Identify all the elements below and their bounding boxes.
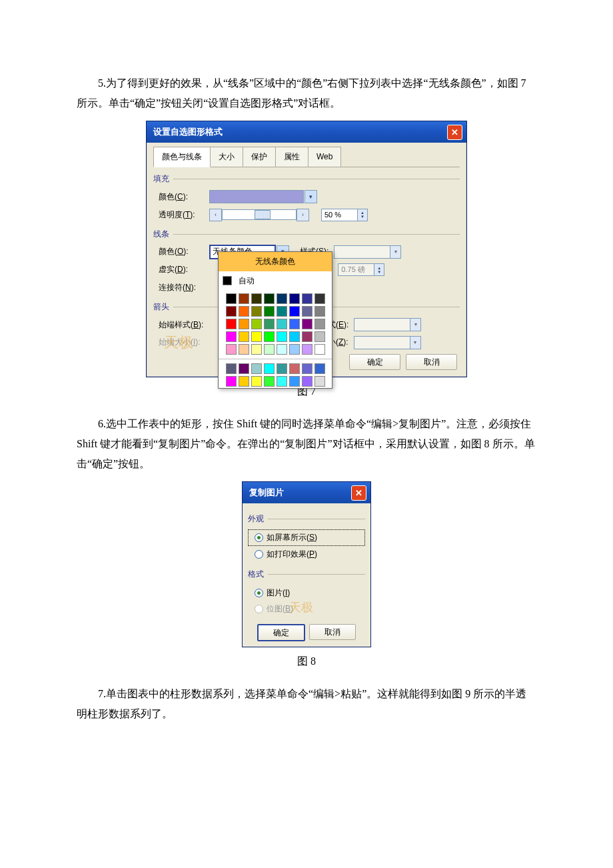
- color-swatch[interactable]: [314, 319, 325, 329]
- color-swatch[interactable]: [226, 331, 237, 342]
- tab-protect[interactable]: 保护: [243, 147, 276, 167]
- color-swatch[interactable]: [239, 363, 249, 374]
- group-fill: 填充: [153, 171, 460, 187]
- color-swatch[interactable]: [239, 344, 249, 355]
- popup-auto[interactable]: 自动: [219, 271, 332, 291]
- color-swatch[interactable]: [277, 363, 287, 374]
- color-swatch[interactable]: [302, 331, 312, 342]
- color-swatch[interactable]: [314, 344, 325, 355]
- label-begin-size: 始端大小(I):: [153, 335, 216, 350]
- transparency-slider[interactable]: ‹ ›: [209, 209, 309, 220]
- color-swatch[interactable]: [251, 293, 262, 304]
- color-swatch[interactable]: [264, 376, 275, 387]
- color-swatch[interactable]: [251, 306, 262, 317]
- tab-colors-lines[interactable]: 颜色与线条: [153, 147, 211, 167]
- dialog-title: 复制图片: [249, 485, 284, 501]
- color-swatch[interactable]: [302, 376, 312, 387]
- slider-thumb[interactable]: [255, 210, 271, 219]
- close-icon[interactable]: ✕: [447, 125, 462, 140]
- color-swatch[interactable]: [289, 376, 300, 387]
- color-swatch[interactable]: [277, 376, 287, 387]
- color-swatch[interactable]: [289, 331, 300, 342]
- tab-properties[interactable]: 属性: [275, 147, 308, 167]
- color-swatch[interactable]: [251, 331, 262, 342]
- spinner-arrows-icon[interactable]: ▲▼: [357, 209, 367, 221]
- color-swatch[interactable]: [289, 363, 300, 374]
- popup-no-line-color[interactable]: 无线条颜色: [219, 252, 332, 271]
- dropdown-icon[interactable]: ▾: [305, 190, 317, 203]
- color-swatch[interactable]: [239, 293, 249, 304]
- end-style-select[interactable]: ▾: [354, 318, 421, 331]
- dialog-titlebar[interactable]: 设置自选图形格式 ✕: [147, 121, 466, 143]
- color-swatch[interactable]: [314, 331, 325, 342]
- ok-button[interactable]: 确定: [349, 354, 400, 370]
- radio-label: 图片(I): [267, 585, 290, 601]
- color-swatch[interactable]: [277, 331, 287, 342]
- radio-label: 如屏幕所示(S): [267, 530, 317, 545]
- group-format: 格式: [248, 567, 365, 582]
- color-swatch[interactable]: [264, 344, 275, 355]
- color-popup: 无线条颜色 自动: [218, 251, 332, 389]
- chevron-left-icon[interactable]: ‹: [209, 209, 222, 221]
- fill-color-well[interactable]: [209, 190, 304, 203]
- spinner-arrows-icon[interactable]: ▲▼: [374, 264, 384, 275]
- color-swatch[interactable]: [302, 344, 312, 355]
- color-swatch[interactable]: [277, 306, 287, 317]
- style-select[interactable]: ▾: [334, 245, 401, 259]
- color-swatch[interactable]: [239, 306, 249, 317]
- close-icon[interactable]: ✕: [351, 485, 366, 501]
- color-swatch[interactable]: [264, 331, 275, 342]
- color-swatch[interactable]: [289, 344, 300, 355]
- color-swatch[interactable]: [264, 319, 275, 329]
- color-swatch[interactable]: [226, 363, 237, 374]
- color-swatch[interactable]: [226, 293, 237, 304]
- color-swatch[interactable]: [251, 319, 262, 329]
- color-swatch[interactable]: [302, 363, 312, 374]
- color-swatch[interactable]: [277, 319, 287, 329]
- slider-track[interactable]: [222, 209, 297, 220]
- tab-strip: 颜色与线条 大小 保护 属性 Web: [153, 147, 460, 167]
- dialog-titlebar[interactable]: 复制图片 ✕: [243, 482, 370, 504]
- color-swatch[interactable]: [251, 344, 262, 355]
- color-swatch[interactable]: [239, 319, 249, 329]
- color-swatch[interactable]: [251, 363, 262, 374]
- tab-size[interactable]: 大小: [210, 147, 243, 167]
- chevron-right-icon[interactable]: ›: [297, 209, 309, 221]
- cancel-button[interactable]: 取消: [309, 624, 356, 640]
- label-line-color: 颜色(O):: [153, 244, 209, 259]
- color-swatch[interactable]: [289, 306, 300, 317]
- color-swatch[interactable]: [314, 293, 325, 304]
- transparency-spinner[interactable]: 50 % ▲▼: [321, 209, 368, 221]
- color-swatch[interactable]: [302, 319, 312, 329]
- label-transparency: 透明度(T):: [153, 207, 209, 223]
- color-swatch[interactable]: [277, 344, 287, 355]
- weight-spinner[interactable]: 0.75 磅 ▲▼: [338, 263, 384, 276]
- paragraph-7: 7.单击图表中的柱形数据系列，选择菜单命令“编辑>粘贴”。这样就能得到如图 9 …: [77, 684, 536, 725]
- radio-as-screen[interactable]: 如屏幕所示(S): [248, 529, 365, 546]
- color-swatch[interactable]: [314, 306, 325, 317]
- color-swatch[interactable]: [264, 306, 275, 317]
- color-swatch[interactable]: [314, 376, 325, 387]
- end-size-select[interactable]: ▾: [354, 336, 421, 349]
- color-swatch[interactable]: [239, 331, 249, 342]
- color-swatch[interactable]: [289, 319, 300, 329]
- color-swatch[interactable]: [239, 376, 249, 387]
- cancel-button[interactable]: 取消: [406, 354, 457, 370]
- ok-button[interactable]: 确定: [257, 624, 305, 641]
- color-swatch[interactable]: [289, 293, 300, 304]
- color-swatch[interactable]: [302, 306, 312, 317]
- color-swatch[interactable]: [314, 363, 325, 374]
- color-swatch[interactable]: [226, 344, 237, 355]
- radio-as-print[interactable]: 如打印效果(P): [248, 546, 365, 563]
- color-swatch[interactable]: [251, 376, 262, 387]
- color-swatch[interactable]: [226, 376, 237, 387]
- color-swatch[interactable]: [302, 293, 312, 304]
- transparency-value: 50 %: [324, 208, 341, 222]
- color-swatch[interactable]: [277, 293, 287, 304]
- tab-web[interactable]: Web: [308, 147, 341, 167]
- color-swatch[interactable]: [264, 363, 275, 374]
- color-swatch[interactable]: [264, 293, 275, 304]
- color-swatch[interactable]: [226, 306, 237, 317]
- radio-picture[interactable]: 图片(I): [248, 585, 365, 601]
- color-swatch[interactable]: [226, 319, 237, 329]
